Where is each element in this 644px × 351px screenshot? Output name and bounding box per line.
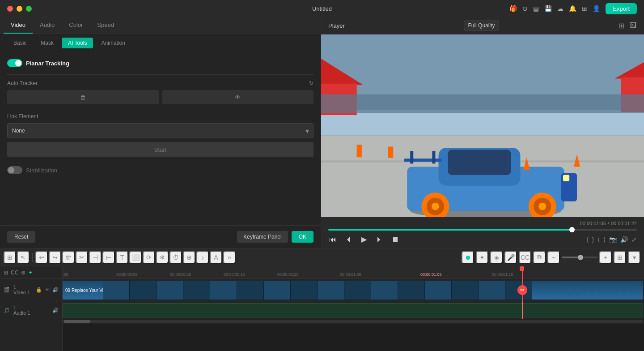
link-element-select[interactable]: None: [7, 123, 314, 138]
screenshot-icon[interactable]: 📷: [609, 236, 617, 243]
play-button[interactable]: ▶: [360, 234, 368, 244]
out-point-icon[interactable]: }: [592, 236, 594, 243]
toolbar-caption-btn[interactable]: CC: [519, 251, 531, 264]
grid-icon[interactable]: ⊞: [582, 5, 587, 12]
toolbar-mask-btn[interactable]: ⊕: [183, 251, 195, 264]
toolbar-auto-btn[interactable]: A: [210, 251, 222, 264]
toolbar-layout-btn[interactable]: ⊞: [614, 251, 626, 264]
playhead-video[interactable]: ✂: [522, 279, 523, 301]
prev-frame-icon[interactable]: ⟨: [597, 236, 600, 243]
sub-tab-animation[interactable]: Animation: [95, 38, 131, 48]
toolbar-record-btn[interactable]: ⏺: [462, 251, 474, 264]
sub-tab-ai-tools[interactable]: AI Tools: [62, 38, 93, 48]
layout-icon[interactable]: ▤: [533, 5, 539, 12]
tab-color[interactable]: Color: [62, 17, 90, 34]
gift-icon[interactable]: 🎁: [509, 5, 517, 12]
planar-tracking-toggle[interactable]: [7, 59, 22, 67]
toolbar-transform-btn[interactable]: ⟳: [143, 251, 155, 264]
link-element-value: None: [12, 128, 25, 134]
toolbar-voice-btn[interactable]: 🎤: [504, 251, 517, 264]
toolbar-pip-btn[interactable]: ⧉: [533, 251, 546, 264]
toolbar-cut-btn[interactable]: ✂: [76, 251, 88, 264]
grid-view-icon[interactable]: ⊞: [619, 21, 624, 30]
tab-speed[interactable]: Speed: [90, 17, 121, 34]
planar-tracking-header: Planar Tracking: [7, 59, 314, 67]
ok-button[interactable]: OK: [292, 231, 314, 243]
export-button[interactable]: Export: [606, 3, 637, 14]
audio-clip[interactable]: [63, 303, 643, 317]
tracker-delete-btn[interactable]: 🗑: [7, 90, 159, 104]
tab-video[interactable]: Video: [4, 17, 33, 34]
stop-button[interactable]: ⏹: [391, 235, 400, 244]
keyframe-panel-button[interactable]: Keyframe Panel: [237, 231, 288, 243]
add-video-icon[interactable]: ⊞: [4, 270, 8, 276]
minimize-button[interactable]: [17, 6, 22, 12]
audio-volume-icon[interactable]: 🔊: [52, 308, 59, 313]
toolbar-speed-btn[interactable]: ⏱: [169, 251, 182, 264]
zoom-slider[interactable]: [562, 257, 597, 258]
controls-row: ⏮ ⏴ ▶ ⏵ ⏹ { } ⟨ ⟩ 📷 🔊 ⤢: [328, 234, 637, 244]
fullscreen-icon[interactable]: ⤢: [631, 236, 637, 243]
ruler-0: :00: [63, 272, 68, 277]
toolbar-audio-split-btn[interactable]: ⊢: [102, 251, 115, 264]
toolbar-zoom-in-btn[interactable]: +: [599, 251, 612, 264]
visible-icon[interactable]: 👁: [45, 287, 50, 293]
toolbar-sticker-btn[interactable]: ◈: [490, 251, 503, 264]
main-track-icon[interactable]: ✦: [28, 270, 33, 276]
notification-icon[interactable]: 🔔: [569, 5, 576, 12]
svg-rect-14: [448, 150, 511, 175]
track-icons: 🔒 👁 🔊: [36, 287, 59, 293]
toolbar-delete-btn[interactable]: 🗑: [62, 251, 75, 264]
circle-icon[interactable]: ⊙: [522, 5, 528, 12]
toolbar-multi-btn[interactable]: ⊞: [4, 251, 16, 264]
scissors-indicator: ✂: [517, 285, 527, 295]
profile-icon[interactable]: 👤: [593, 5, 600, 12]
progress-handle[interactable]: [569, 227, 575, 232]
tab-audio[interactable]: Audio: [33, 17, 62, 34]
video-clip[interactable]: 09 Replace Your Video - ▶: [63, 281, 643, 300]
close-button[interactable]: [7, 6, 13, 12]
progress-bar[interactable]: [328, 229, 637, 231]
toolbar-undo-btn[interactable]: ↩: [35, 251, 48, 264]
timeline-scrollbar: [63, 319, 644, 324]
add-main-icon[interactable]: ⊕: [21, 270, 25, 276]
save-icon[interactable]: 💾: [544, 5, 552, 12]
toolbar-text-btn[interactable]: T: [116, 251, 128, 264]
quality-select[interactable]: Full Quality 1/2 Quality 1/4 Quality: [464, 21, 499, 30]
reset-button[interactable]: Reset: [7, 231, 35, 243]
toolbar-redo-btn[interactable]: ↪: [49, 251, 61, 264]
toolbar-zoom-out-btn[interactable]: −: [547, 251, 560, 264]
in-point-icon[interactable]: {: [587, 236, 589, 243]
image-icon[interactable]: 🖼: [630, 21, 637, 30]
tracker-eye-btn[interactable]: 👁: [162, 90, 314, 104]
refresh-icon[interactable]: ↻: [309, 80, 314, 86]
timeline-left-header: ⊞ CC ⊕ ✦: [0, 266, 62, 279]
quality-wrapper: Full Quality 1/2 Quality 1/4 Quality: [464, 21, 499, 30]
frame-back-button[interactable]: ⏴: [344, 235, 353, 244]
toolbar-sep-1: [32, 253, 33, 262]
toolbar-split-btn[interactable]: ⊣: [89, 251, 102, 264]
current-time: 00:00:01:05: [580, 221, 606, 226]
step-back-button[interactable]: ⏮: [328, 235, 337, 244]
sub-tab-basic[interactable]: Basic: [7, 38, 33, 48]
toolbar-crop-btn[interactable]: ⬜: [129, 251, 142, 264]
toolbar-more-btn[interactable]: »: [223, 251, 236, 264]
toolbar-audio-btn[interactable]: ♪: [196, 251, 209, 264]
volume-icon[interactable]: 🔊: [620, 236, 628, 243]
start-button[interactable]: Start: [7, 142, 314, 157]
frame-forward-button[interactable]: ⏵: [375, 235, 384, 244]
next-frame-icon[interactable]: ⟩: [603, 236, 606, 243]
toolbar-freeze-btn[interactable]: ❄: [156, 251, 169, 264]
cloud-icon[interactable]: ☁: [557, 5, 564, 12]
toolbar-effects-btn[interactable]: ✦: [476, 251, 488, 264]
scrollbar-thumb[interactable]: [64, 320, 90, 323]
toolbar-dropdown-btn[interactable]: ▾: [628, 251, 640, 264]
sub-tab-mask[interactable]: Mask: [34, 38, 60, 48]
volume-track-icon[interactable]: 🔊: [52, 287, 59, 293]
lock-icon[interactable]: 🔒: [36, 287, 42, 293]
stabilization-toggle[interactable]: [7, 166, 22, 174]
toolbar-select-btn[interactable]: ↖: [17, 251, 30, 264]
maximize-button[interactable]: [26, 6, 32, 12]
scrollbar-track[interactable]: [64, 320, 643, 323]
add-subtitle-icon[interactable]: CC: [11, 270, 18, 276]
